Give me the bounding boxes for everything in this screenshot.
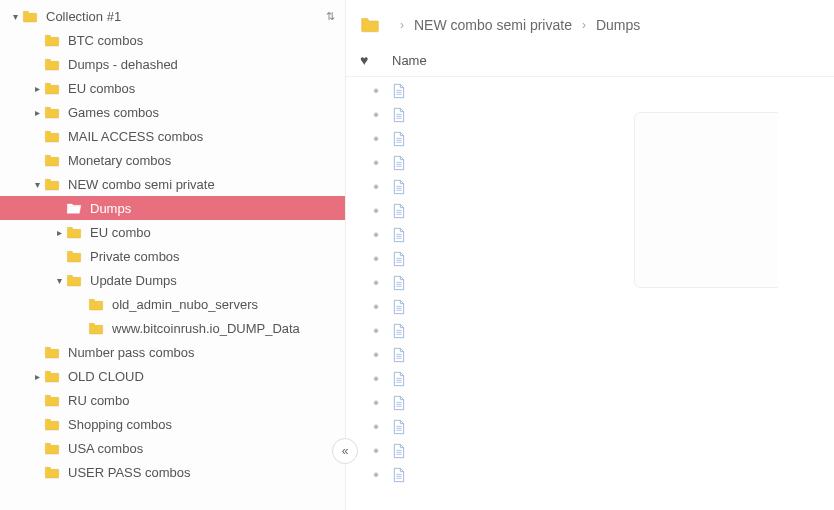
- tree-item[interactable]: ▸ MAIL ACCESS combos: [0, 124, 345, 148]
- favorite-dot[interactable]: •: [360, 371, 392, 387]
- file-icon: [392, 226, 408, 244]
- folder-icon: [44, 55, 62, 73]
- file-row[interactable]: •: [346, 319, 834, 343]
- favorite-dot[interactable]: •: [360, 155, 392, 171]
- favorite-dot[interactable]: •: [360, 443, 392, 459]
- tree-label: Private combos: [90, 249, 180, 264]
- file-row[interactable]: •: [346, 343, 834, 367]
- tree-label: RU combo: [68, 393, 129, 408]
- tree-item[interactable]: ▸ Monetary combos: [0, 148, 345, 172]
- file-icon: [392, 418, 408, 436]
- tree-label: Collection #1: [46, 9, 121, 24]
- file-row[interactable]: •: [346, 439, 834, 463]
- tree-item[interactable]: ▾ Update Dumps: [0, 268, 345, 292]
- folder-icon: [44, 415, 62, 433]
- tree-item[interactable]: ▸ Dumps: [0, 196, 345, 220]
- breadcrumb-item[interactable]: NEW combo semi private: [414, 17, 572, 33]
- overlay: [778, 96, 834, 500]
- file-icon: [392, 130, 408, 148]
- favorite-dot[interactable]: •: [360, 347, 392, 363]
- tree-label: Number pass combos: [68, 345, 194, 360]
- chevron-right-icon[interactable]: ▸: [52, 227, 66, 238]
- folder-icon: [66, 223, 84, 241]
- favorite-dot[interactable]: •: [360, 203, 392, 219]
- file-icon: [392, 298, 408, 316]
- chevron-right-icon[interactable]: ▸: [30, 107, 44, 118]
- favorite-column[interactable]: ♥: [360, 52, 392, 68]
- favorite-dot[interactable]: •: [360, 107, 392, 123]
- folder-icon: [44, 439, 62, 457]
- folder-icon: [44, 103, 62, 121]
- favorite-dot[interactable]: •: [360, 299, 392, 315]
- tree-item[interactable]: ▸ USER PASS combos: [0, 460, 345, 484]
- chevron-down-icon[interactable]: ▾: [8, 11, 22, 22]
- tree-item[interactable]: ▸ Dumps - dehashed: [0, 52, 345, 76]
- tree-item[interactable]: ▸ Shopping combos: [0, 412, 345, 436]
- tree-item[interactable]: ▸ Private combos: [0, 244, 345, 268]
- tree-item-root[interactable]: ▾ Collection #1 ⇅: [0, 4, 345, 28]
- folder-icon: [44, 175, 62, 193]
- chevron-right-icon[interactable]: ▸: [30, 83, 44, 94]
- chevron-right-icon: ›: [400, 18, 404, 32]
- favorite-dot[interactable]: •: [360, 83, 392, 99]
- tree-item[interactable]: ▾ NEW combo semi private: [0, 172, 345, 196]
- file-icon: [392, 442, 408, 460]
- file-icon: [392, 250, 408, 268]
- favorite-dot[interactable]: •: [360, 419, 392, 435]
- name-column[interactable]: Name: [392, 53, 427, 68]
- file-icon: [392, 466, 408, 484]
- column-headers: ♥ Name: [346, 48, 834, 77]
- chevron-down-icon[interactable]: ▾: [52, 275, 66, 286]
- folder-icon: [66, 199, 84, 217]
- tree-item[interactable]: ▸ BTC combos: [0, 28, 345, 52]
- file-icon: [392, 346, 408, 364]
- tree-item[interactable]: ▸ Games combos: [0, 100, 345, 124]
- tree-label: EU combos: [68, 81, 135, 96]
- tree-label: OLD CLOUD: [68, 369, 144, 384]
- tree-item[interactable]: ▸ USA combos: [0, 436, 345, 460]
- tree-item[interactable]: ▸ www.bitcoinrush.io_DUMP_Data: [0, 316, 345, 340]
- folder-icon: [44, 343, 62, 361]
- file-icon: [392, 394, 408, 412]
- chevron-right-icon[interactable]: ▸: [30, 371, 44, 382]
- file-row[interactable]: •: [346, 463, 834, 487]
- tree-label: Monetary combos: [68, 153, 171, 168]
- favorite-dot[interactable]: •: [360, 179, 392, 195]
- folder-icon: [44, 31, 62, 49]
- favorite-dot[interactable]: •: [360, 275, 392, 291]
- tree-item[interactable]: ▸ Number pass combos: [0, 340, 345, 364]
- tree-label: Update Dumps: [90, 273, 177, 288]
- tree-item[interactable]: ▸ OLD CLOUD: [0, 364, 345, 388]
- chevron-down-icon[interactable]: ▾: [30, 179, 44, 190]
- favorite-dot[interactable]: •: [360, 227, 392, 243]
- file-row[interactable]: •: [346, 79, 834, 103]
- favorite-dot[interactable]: •: [360, 323, 392, 339]
- sort-icon[interactable]: ⇅: [326, 10, 335, 23]
- favorite-dot[interactable]: •: [360, 467, 392, 483]
- tree-item[interactable]: ▸ EU combos: [0, 76, 345, 100]
- sidebar-collapse-button[interactable]: «: [332, 438, 358, 464]
- tree-label: USER PASS combos: [68, 465, 191, 480]
- favorite-dot[interactable]: •: [360, 395, 392, 411]
- file-icon: [392, 82, 408, 100]
- tree-item[interactable]: ▸ old_admin_nubo_servers: [0, 292, 345, 316]
- tree-label: Games combos: [68, 105, 159, 120]
- tree-item[interactable]: ▸ EU combo: [0, 220, 345, 244]
- tree-item[interactable]: ▸ RU combo: [0, 388, 345, 412]
- file-row[interactable]: •: [346, 367, 834, 391]
- sidebar: ▾ Collection #1 ⇅ ▸ BTC combos ▸ Dumps -…: [0, 0, 346, 510]
- file-row[interactable]: •: [346, 391, 834, 415]
- tree-label: Dumps: [90, 201, 131, 216]
- folder-icon: [44, 79, 62, 97]
- file-icon: [392, 322, 408, 340]
- folder-icon: [66, 247, 84, 265]
- file-row[interactable]: •: [346, 415, 834, 439]
- favorite-dot[interactable]: •: [360, 251, 392, 267]
- tree-label: MAIL ACCESS combos: [68, 129, 203, 144]
- folder-icon: [44, 151, 62, 169]
- file-row[interactable]: •: [346, 295, 834, 319]
- breadcrumb-item[interactable]: Dumps: [596, 17, 640, 33]
- favorite-dot[interactable]: •: [360, 131, 392, 147]
- tree-label: Shopping combos: [68, 417, 172, 432]
- tree-label: USA combos: [68, 441, 143, 456]
